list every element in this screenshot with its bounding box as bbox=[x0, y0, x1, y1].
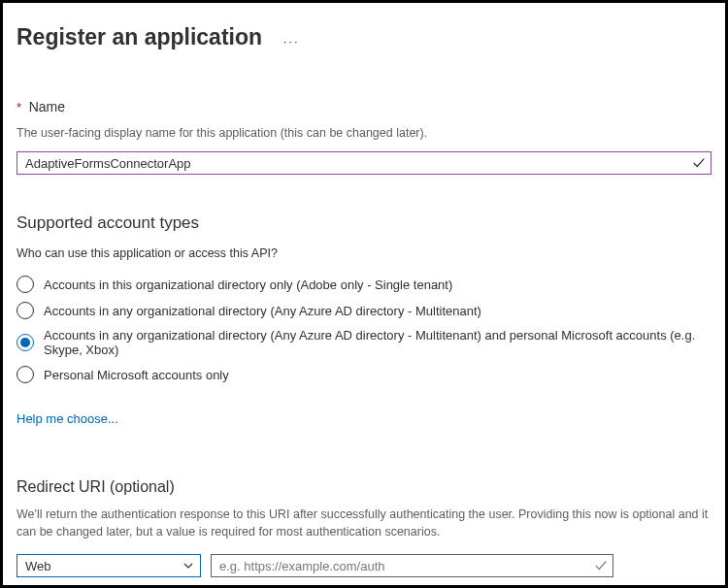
redirect-uri-helper: We'll return the authentication response… bbox=[17, 506, 711, 540]
radio-icon bbox=[17, 276, 34, 293]
account-types-question: Who can use this application or access t… bbox=[17, 246, 711, 260]
account-types-heading: Supported account types bbox=[17, 213, 711, 233]
radio-icon bbox=[17, 302, 34, 319]
help-me-choose-link[interactable]: Help me choose... bbox=[17, 411, 118, 426]
validation-check-icon bbox=[692, 156, 706, 170]
radio-icon bbox=[17, 366, 34, 383]
name-helper-text: The user-facing display name for this ap… bbox=[17, 124, 711, 142]
account-types-radio-group: Accounts in this organizational director… bbox=[17, 276, 711, 383]
radio-multi-tenant[interactable]: Accounts in any organizational directory… bbox=[17, 302, 711, 319]
name-field-label: Name bbox=[29, 99, 65, 114]
platform-select[interactable]: Web bbox=[17, 554, 201, 577]
radio-label: Accounts in any organizational directory… bbox=[44, 328, 711, 357]
redirect-uri-input[interactable] bbox=[211, 554, 613, 577]
validation-check-icon bbox=[594, 559, 608, 572]
more-actions-icon[interactable]: ··· bbox=[283, 34, 300, 49]
redirect-uri-heading: Redirect URI (optional) bbox=[17, 478, 711, 496]
radio-multi-tenant-personal[interactable]: Accounts in any organizational directory… bbox=[17, 328, 711, 357]
chevron-down-icon bbox=[182, 560, 194, 572]
radio-label: Accounts in this organizational director… bbox=[44, 278, 452, 292]
radio-icon bbox=[17, 334, 34, 351]
radio-personal-only[interactable]: Personal Microsoft accounts only bbox=[17, 366, 711, 383]
required-indicator: * bbox=[17, 100, 21, 114]
radio-label: Accounts in any organizational directory… bbox=[44, 304, 481, 318]
page-title: Register an application bbox=[17, 24, 262, 50]
platform-select-value: Web bbox=[25, 559, 51, 573]
radio-single-tenant[interactable]: Accounts in this organizational director… bbox=[17, 276, 711, 293]
app-name-input[interactable] bbox=[17, 151, 711, 175]
radio-label: Personal Microsoft accounts only bbox=[44, 368, 229, 382]
